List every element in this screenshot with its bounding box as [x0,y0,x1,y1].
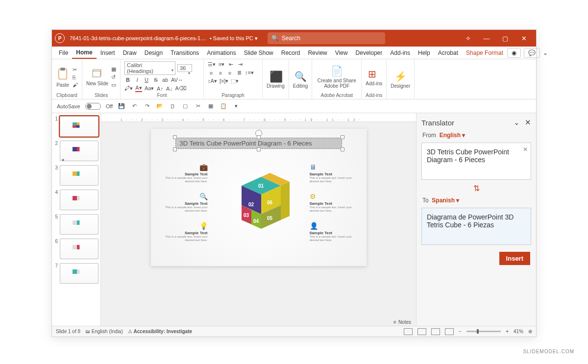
underline-button[interactable]: U [143,77,150,83]
adobe-pdf-button[interactable]: 📄 Create and Share Adobe PDF [316,65,357,89]
close-button[interactable]: ✕ [514,30,533,47]
thumbnail-5[interactable]: 5 [54,214,98,235]
text-direction-button[interactable]: ↕A▾ [208,78,217,84]
sorter-view-button[interactable] [417,328,426,335]
tab-design[interactable]: Design [141,48,167,58]
align-left-button[interactable]: ≡ [208,70,215,76]
accessibility-status[interactable]: ⚠ Accessibility: Investigate [128,329,192,334]
font-size-select[interactable]: 36 [177,64,192,72]
pane-close-button[interactable]: ✕ [525,118,531,127]
autosave-toggle[interactable] [85,103,101,110]
source-text-box[interactable]: 3D Tetris Cube PowerPoint Diagram - 6 Pi… [421,143,531,180]
notes-toggle[interactable]: ≡ Notes [392,318,413,326]
collapse-ribbon-button[interactable]: ⌄ [543,49,548,56]
selection-handle[interactable] [341,147,344,151]
tab-record[interactable]: Record [277,48,304,58]
fit-to-window-button[interactable]: ⊕ [528,329,532,334]
tab-view[interactable]: View [331,48,352,58]
designer-button[interactable]: ⚡ Designer [391,71,410,89]
change-case-button[interactable]: Aa▾ [145,85,154,92]
slideshow-view-button[interactable] [445,328,454,335]
tab-acrobat[interactable]: Acrobat [434,48,462,58]
qat-cut[interactable]: ✂ [194,103,202,109]
bold-button[interactable]: B [124,77,131,83]
new-slide-button[interactable]: New Slide [86,68,108,86]
bullets-button[interactable]: ☰▾ [208,61,216,68]
clear-format-button[interactable]: A⌫ [175,85,187,92]
minimize-button[interactable]: — [477,30,496,47]
maximize-button[interactable]: ▢ [496,30,514,47]
line-spacing-button[interactable]: ↕≡▾ [245,70,254,76]
highlight-button[interactable]: 🖍▾ [124,85,133,92]
shrink-font-button[interactable]: A↓ [166,85,173,92]
font-color-button[interactable]: A▾ [135,85,142,92]
italic-button[interactable]: I [134,77,141,83]
qat-paste[interactable]: 📋 [220,103,227,109]
tab-developer[interactable]: Developer [352,48,387,58]
tab-slideshow[interactable]: Slide Show [240,48,277,58]
qat-more[interactable]: ▾ [232,103,240,109]
indent-dec-button[interactable]: ⇤ [227,61,234,68]
qat-new-slide[interactable]: ▢ [181,103,189,109]
char-spacing-button[interactable]: AV↔ [171,77,183,83]
slide-thumbnails[interactable]: 1 2★ 3 4 5 6 7 [52,113,101,326]
align-text-button[interactable]: [≡]▾ [220,78,229,84]
from-language-select[interactable]: English ▾ [440,132,466,139]
to-language-select[interactable]: Spanish ▾ [432,197,459,204]
search-input[interactable]: 🔍 Search [268,32,385,44]
new-button[interactable]: 🗋 [169,103,176,109]
layout-button[interactable]: ▦ [111,66,116,73]
numbering-button[interactable]: ≡▾ [218,61,225,68]
paste-button[interactable]: Paste [56,67,70,88]
slide-count[interactable]: Slide 1 of 8 [56,329,80,334]
tab-help[interactable]: Help [414,48,434,58]
thumbnail-4[interactable]: 4 [54,190,98,210]
swap-languages-button[interactable]: ⇅ [416,182,536,195]
tab-file[interactable]: File [55,48,72,58]
save-button[interactable]: 💾 [118,103,125,109]
save-status[interactable]: • Saved to this PC ▾ [210,35,258,42]
zoom-out-button[interactable]: − [459,329,462,334]
tab-transitions[interactable]: Transitions [167,48,203,58]
format-painter-button[interactable]: 🖌 [73,82,78,88]
align-center-button[interactable]: ≡ [217,70,224,76]
tetris-cube-diagram[interactable]: 06 05 04 03 02 01 [227,171,291,230]
drawing-button[interactable]: ⬛ Drawing [267,71,285,89]
copy-button[interactable]: ⎘ [73,74,78,80]
comments-button[interactable]: 💬 [524,48,540,58]
tab-draw[interactable]: Draw [119,48,141,58]
slide-stage[interactable]: 3D Tetris Cube PowerPoint Diagram - 6 Pi… [101,122,416,326]
thumbnail-3[interactable]: 3 [54,165,98,186]
undo-button[interactable]: ↶ [130,103,138,109]
tab-review[interactable]: Review [304,48,331,58]
thumbnail-1[interactable]: 1 [54,116,98,137]
zoom-in-button[interactable]: + [506,329,509,334]
language-status[interactable]: 🖭 English (India) [85,329,123,334]
thumbnail-7[interactable]: 7 [54,263,98,284]
clear-source-button[interactable]: ✕ [523,146,528,153]
insert-button[interactable]: Insert [499,252,530,265]
tab-addins[interactable]: Add-ins [386,48,414,58]
file-name[interactable]: 7641-01-3d-tetris-cube-powerpoint-diagra… [70,35,207,41]
zoom-level[interactable]: 41% [514,329,523,334]
qat-table[interactable]: ▦ [207,103,215,109]
open-button[interactable]: 📂 [156,103,164,109]
zoom-slider[interactable] [466,331,501,332]
thumbnail-2[interactable]: 2★ [54,141,98,161]
redo-button[interactable]: ↷ [143,103,151,109]
selection-handle[interactable] [173,135,177,139]
selection-handle[interactable] [341,135,344,139]
tab-home[interactable]: Home [72,47,96,59]
pane-options-button[interactable]: ⌄ [514,118,520,127]
cut-button[interactable]: ✂ [73,67,78,73]
addins-button[interactable]: ⊞ Add-ins [366,68,382,86]
font-name-select[interactable]: Calibri (Headings) [124,61,175,75]
coming-soon-icon[interactable]: ✧ [459,30,477,47]
strike-button[interactable]: S [152,77,159,83]
editing-button[interactable]: 🔍 Editing [293,71,308,89]
tab-shape-format[interactable]: Shape Format [462,48,507,58]
slide-canvas[interactable]: 3D Tetris Cube PowerPoint Diagram - 6 Pi… [151,129,367,266]
selection-handle[interactable] [257,135,261,139]
tab-insert[interactable]: Insert [97,48,119,58]
selection-handle[interactable] [173,147,177,151]
